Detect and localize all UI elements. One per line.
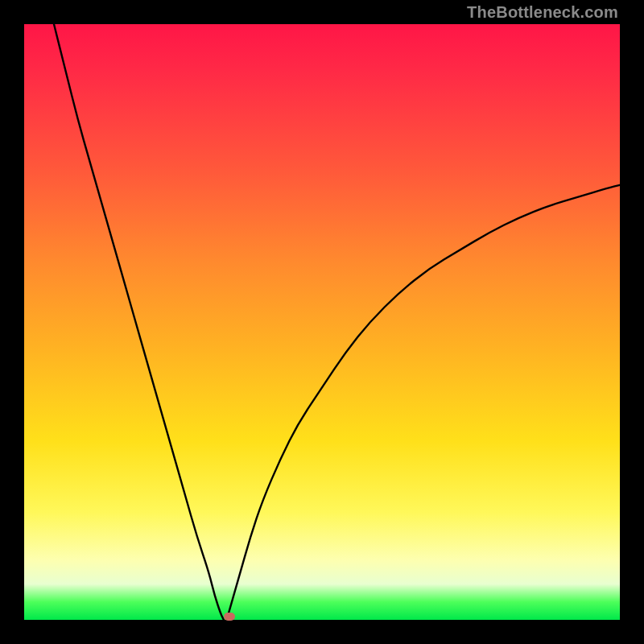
curve-right-branch [227,185,620,620]
bottleneck-curve [24,24,620,620]
min-marker [224,613,235,621]
watermark-text: TheBottleneck.com [467,3,618,22]
chart-frame: TheBottleneck.com [0,0,644,644]
curve-left-branch [54,24,224,620]
plot-area [24,24,620,620]
